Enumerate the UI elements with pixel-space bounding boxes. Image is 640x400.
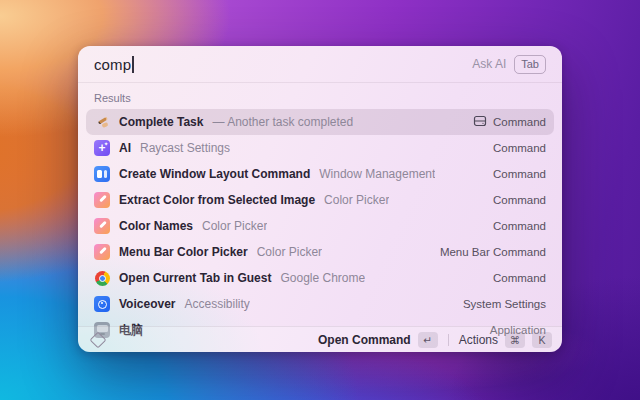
result-subtitle: Color Picker [257,245,322,259]
k-key-icon: K [532,332,552,348]
return-key-icon: ↵ [418,332,438,348]
result-subtitle: Color Picker [202,219,267,233]
tab-keycap[interactable]: Tab [514,55,546,74]
result-accessory: Command [493,142,546,154]
result-accessory: Command [493,220,546,232]
result-title: Create Window Layout Command [119,167,310,181]
result-row[interactable]: Extract Color from Selected Image Color … [86,187,554,213]
result-type-label: Menu Bar Command [440,246,546,258]
result-title: Open Current Tab in Guest [119,271,271,285]
command-key-icon: ⌘ [505,332,525,348]
result-accessory: Command [493,272,546,284]
result-title: AI [119,141,131,155]
result-row[interactable]: Open Current Tab in Guest Google Chrome … [86,265,554,291]
result-subtitle: Google Chrome [280,271,365,285]
result-type-label: Command [493,272,546,284]
result-title: Extract Color from Selected Image [119,193,315,207]
result-type-label: Command [493,142,546,154]
raycast-logo-icon [90,331,107,348]
color-picker-icon [94,192,110,208]
footer-divider [448,334,449,346]
result-subtitle: — Another task completed [212,115,353,129]
color-picker-icon [94,218,110,234]
hard-drive-icon [473,113,487,131]
result-title: Color Names [119,219,193,233]
result-row[interactable]: Create Window Layout Command Window Mana… [86,161,554,187]
result-subtitle: Window Management [319,167,435,181]
result-type-label: Command [493,194,546,206]
result-accessory: Menu Bar Command [440,246,546,258]
result-accessory: Command [493,168,546,180]
chrome-icon [94,270,110,286]
text-caret [132,56,134,73]
raycast-window: comp Ask AI Tab Results Complete Task — … [78,46,562,352]
result-type-label: System Settings [463,298,546,310]
ask-ai-label: Ask AI [472,57,506,71]
result-row[interactable]: +✦ AI Raycast Settings Command [86,135,554,161]
result-accessory: Command [473,113,546,131]
result-type-label: Command [493,168,546,180]
results-section-header: Results [78,83,562,109]
result-title: Complete Task [119,115,203,129]
writing-hand-icon [94,114,110,130]
result-subtitle: Raycast Settings [140,141,230,155]
result-accessory: Command [493,194,546,206]
color-picker-icon [94,244,110,260]
raycast-ai-icon: +✦ [94,140,110,156]
accessibility-icon [94,296,110,312]
result-type-label: Command [493,220,546,232]
result-subtitle: Color Picker [324,193,389,207]
result-accessory: System Settings [463,298,546,310]
result-row[interactable]: Voiceover Accessibility System Settings [86,291,554,317]
result-subtitle: Accessibility [184,297,249,311]
open-command-button[interactable]: Open Command [318,333,411,347]
footer-bar: Open Command ↵ Actions ⌘ K [78,326,562,352]
search-bar: comp Ask AI Tab [78,46,562,83]
search-input[interactable]: comp [94,56,131,73]
result-type-label: Command [493,116,546,128]
desktop-wallpaper: comp Ask AI Tab Results Complete Task — … [0,0,640,400]
results-list: Complete Task — Another task completed C… [78,109,562,343]
result-row[interactable]: Color Names Color Picker Command [86,213,554,239]
result-title: Voiceover [119,297,175,311]
result-title: Menu Bar Color Picker [119,245,248,259]
window-layout-icon [94,166,110,182]
result-row[interactable]: Menu Bar Color Picker Color Picker Menu … [86,239,554,265]
result-row[interactable]: Complete Task — Another task completed C… [86,109,554,135]
actions-button[interactable]: Actions [459,333,498,347]
